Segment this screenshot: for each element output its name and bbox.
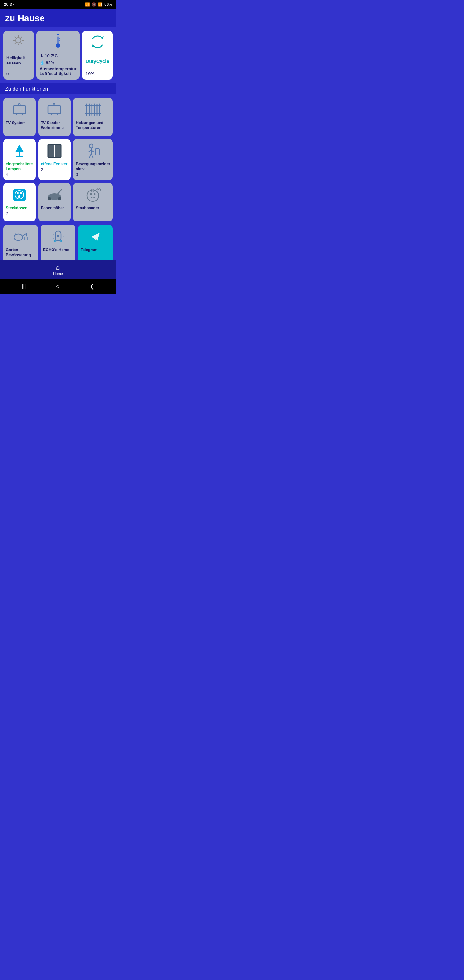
home-button[interactable]: ○ <box>56 283 60 290</box>
svg-rect-21 <box>16 114 22 115</box>
heizungen-label: Heizungen und Temperaturen <box>76 121 110 130</box>
steckdosen-value: 2 <box>6 212 8 216</box>
tv-icon <box>6 101 33 119</box>
svg-rect-22 <box>48 106 60 114</box>
svg-rect-39 <box>55 145 61 158</box>
telegram-label: Telegram <box>81 248 97 253</box>
home-nav-label: Home <box>53 272 62 275</box>
echo-label: ECHO's Home <box>43 248 69 253</box>
tv2-icon <box>41 101 68 119</box>
svg-marker-34 <box>16 145 24 152</box>
svg-point-59 <box>90 193 92 195</box>
cycle-icon <box>86 34 110 50</box>
time: 20:37 <box>4 2 14 7</box>
staubsauger-label: Staubsauger <box>76 206 99 211</box>
window-icon <box>41 142 68 160</box>
svg-point-61 <box>14 234 22 240</box>
lamp-icon <box>6 142 33 160</box>
svg-line-44 <box>89 154 91 158</box>
mute-icon: 🔇 <box>92 2 96 7</box>
section-header: Zu den Funktionen <box>0 83 116 94</box>
svg-line-6 <box>21 43 22 44</box>
status-icons: 📶 🔇 📶 56% <box>85 2 112 7</box>
func-card-steckdosen[interactable]: Steckdosen 2 <box>3 183 36 221</box>
status-bar: 20:37 📶 🔇 📶 56% <box>0 0 116 9</box>
func-card-tv-system[interactable]: TV System <box>3 98 36 136</box>
garten-label: Garten Bewässerung <box>6 248 35 258</box>
temperature-info: 🌡 10.7°C 💧 82% <box>40 53 77 67</box>
sensor-card-brightness[interactable]: Helligkeit aussen 0 <box>3 30 34 80</box>
svg-line-45 <box>91 154 93 158</box>
socket-icon <box>6 186 33 204</box>
svg-line-54 <box>58 189 62 194</box>
home-icon: ⌂ <box>56 264 60 271</box>
svg-line-7 <box>21 37 22 38</box>
partial-card-telegram[interactable]: Telegram <box>78 225 113 260</box>
partial-row: Garten Bewässerung ECHO's Home <box>0 225 116 260</box>
tv-sender-label: TV Sender Wohnzimmer <box>41 121 68 130</box>
recent-apps-button[interactable]: ||| <box>22 283 26 290</box>
func-card-staubsauger[interactable]: Staubsauger <box>73 183 113 221</box>
temperature-label: Aussentemperatur Luftfeuchtigkeit <box>40 67 77 76</box>
svg-rect-35 <box>19 152 20 156</box>
svg-rect-36 <box>16 156 22 158</box>
svg-point-23 <box>54 103 55 105</box>
back-button[interactable]: ❮ <box>90 283 94 290</box>
svg-point-40 <box>89 144 93 148</box>
dutycycle-label: DutyCycle <box>86 58 110 64</box>
svg-rect-38 <box>48 145 54 158</box>
watering-icon <box>6 228 35 246</box>
function-grid: TV System TV Sender Wohnzimmer <box>0 94 116 225</box>
svg-rect-25 <box>51 114 57 115</box>
func-card-fenster[interactable]: offene Fenster 2 <box>38 139 71 180</box>
fenster-label: offene Fenster <box>41 162 68 167</box>
svg-point-55 <box>48 197 51 200</box>
svg-line-67 <box>16 233 16 234</box>
home-nav-item[interactable]: ⌂ Home <box>53 264 62 275</box>
wifi-icon: 📶 <box>98 2 103 7</box>
brightness-value: 0 <box>6 72 30 76</box>
svg-point-0 <box>16 38 21 43</box>
header: zu Hause <box>0 9 116 27</box>
svg-rect-18 <box>13 106 26 114</box>
motion-icon <box>76 142 110 160</box>
bluetooth-icon: 📶 <box>85 2 90 7</box>
func-card-rasenm[interactable]: Rasenmäher <box>38 183 71 221</box>
func-card-bewegung[interactable]: Bewegungsmelder aktiv 0 <box>73 139 113 180</box>
svg-point-50 <box>17 192 19 194</box>
sensor-row: Helligkeit aussen 0 🌡 10.7°C 💧 82% Ausse… <box>0 27 116 83</box>
telegram-icon <box>81 228 110 246</box>
svg-line-8 <box>15 43 16 44</box>
battery-text: 56% <box>104 2 112 7</box>
lampen-label: eingeschaltete Lampen <box>6 162 33 172</box>
svg-point-19 <box>18 103 20 105</box>
tv-system-label: TV System <box>6 121 25 126</box>
dutycycle-value: 19% <box>86 71 110 76</box>
func-card-lampen[interactable]: eingeschaltete Lampen 4 <box>3 139 36 180</box>
rasenm-label: Rasenmäher <box>41 206 64 211</box>
svg-point-11 <box>56 43 60 48</box>
bottom-nav: ⌂ Home <box>0 260 116 279</box>
svg-rect-10 <box>58 37 59 43</box>
android-nav: ||| ○ ❮ <box>0 279 116 294</box>
partial-card-garten[interactable]: Garten Bewässerung <box>3 225 38 260</box>
svg-point-57 <box>87 190 99 202</box>
func-card-heizungen[interactable]: Heizungen und Temperaturen <box>73 98 113 136</box>
svg-point-60 <box>94 193 96 195</box>
sun-icon <box>6 34 30 48</box>
steckdosen-label: Steckdosen <box>6 206 27 211</box>
mower-icon <box>41 186 68 204</box>
bewegung-label: Bewegungsmelder aktiv <box>76 162 110 172</box>
sensor-card-dutycycle[interactable]: DutyCycle 19% <box>82 30 113 80</box>
svg-point-69 <box>57 235 59 237</box>
sensor-card-temperature[interactable]: 🌡 10.7°C 💧 82% Aussentemperatur Luftfeuc… <box>37 30 80 80</box>
func-card-tv-sender[interactable]: TV Sender Wohnzimmer <box>38 98 71 136</box>
partial-card-echo[interactable]: ECHO's Home <box>41 225 75 260</box>
svg-point-56 <box>58 197 61 200</box>
thermometer-icon <box>40 34 77 52</box>
svg-line-62 <box>22 233 27 236</box>
radiator-icon <box>76 101 110 119</box>
brightness-label: Helligkeit aussen <box>6 56 30 65</box>
svg-rect-52 <box>18 196 20 198</box>
page-title: zu Hause <box>5 13 111 24</box>
